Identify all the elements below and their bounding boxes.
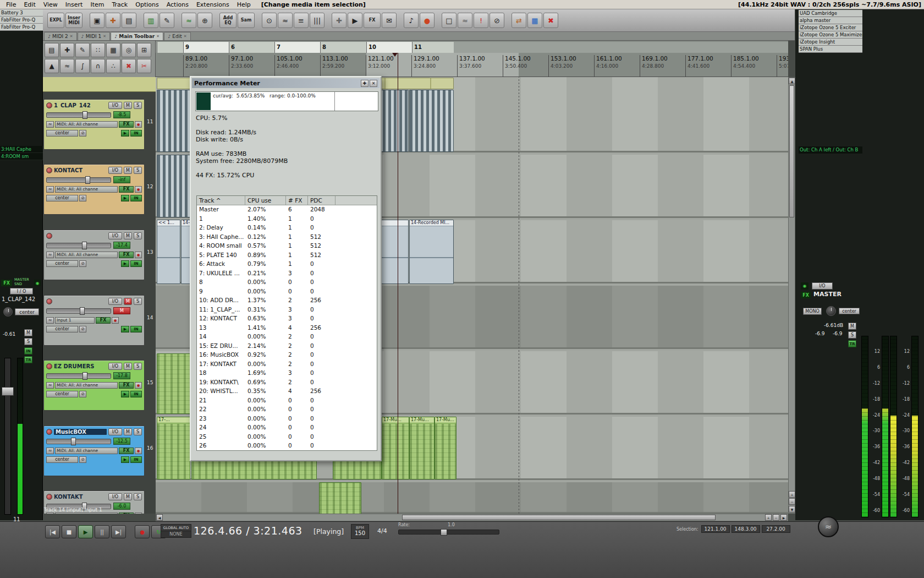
strip-solo-button[interactable]: S [24,338,32,345]
track-fx-button[interactable]: FX [119,121,134,128]
performance-row[interactable]: 80.00%00 [197,278,377,287]
track-solo-button[interactable]: S [134,298,142,305]
send-slot[interactable]: 3:HAll Caphe [0,146,43,153]
strip-fader-track[interactable] [4,358,11,515]
track-phase-button[interactable]: ⊘ [79,456,86,463]
performance-row[interactable]: 2: Delay0.14%10 [197,223,377,233]
region-marker[interactable] [157,42,183,53]
tool-cut-button[interactable]: ✂ [137,59,151,73]
tab-midi-2[interactable]: ♪MIDI 2✕ [44,32,77,40]
tab-close-icon[interactable]: ✕ [184,34,187,39]
track-input-select[interactable]: MIDI: All: All channe [55,382,118,389]
media-item[interactable]: 14-Recorded MI... [409,220,454,284]
track-phase-button[interactable]: ⊘ [79,195,86,201]
scroll-down-icon[interactable]: ▼ [789,506,795,512]
time-signature[interactable]: 4/4 [377,527,387,535]
tab-close-icon[interactable]: ✕ [156,34,160,39]
media-item[interactable]: 14- [181,220,190,284]
analysis-button[interactable]: ≈ [458,13,472,28]
region-marker[interactable]: 8 [320,42,366,53]
menu-options-button[interactable]: Options [131,1,162,8]
track-input-select[interactable]: MIDI: All: All channe [55,121,118,128]
master-output-route[interactable]: Out: Ch A left / Out: Ch B [799,146,862,154]
plugin-button[interactable]: ⊘ [490,13,504,28]
tool-doc-button[interactable]: ▤ [45,43,59,57]
zoom-in-h-icon[interactable]: + [765,514,772,521]
track-record-input[interactable]: IN [130,195,142,201]
track-volume-fader[interactable] [46,112,111,118]
vertical-scrollbar[interactable]: ▲ + − ▼ [788,77,795,514]
track-fx-bypass-button[interactable]: ● [135,121,142,128]
track-panel-13[interactable]: I/OMS-17.4≈MIDI: All: All channeFX●cente… [43,230,145,280]
selection-start[interactable]: 121.1.00 [701,525,730,533]
go-end-button[interactable]: ▶| [111,525,126,538]
scroll-left-icon[interactable]: ◀ [156,514,163,521]
track-io-button[interactable]: I/O [108,232,122,239]
fader-handle[interactable] [82,242,87,249]
master-fx-chip[interactable]: FX [1,280,12,286]
close-icon[interactable]: ✕ [370,80,377,87]
master-fx-slot[interactable]: iZotope Ozone 5 Maximizer [799,31,862,39]
track-solo-button[interactable]: S [134,102,142,109]
swap-button[interactable]: ⇄ [512,13,526,28]
sample-button[interactable]: Sam [238,13,255,28]
strip-fader-handle[interactable] [2,387,14,396]
performance-row[interactable]: 270.00%00 [197,451,377,451]
track-envelope-button[interactable]: ≈ [46,448,54,454]
track-io-button[interactable]: I/O [108,167,122,174]
media-item[interactable] [409,90,454,152]
track-pan-control[interactable]: center [46,195,78,201]
track-mute-button[interactable]: M [124,363,132,370]
performance-row[interactable]: 90.00%00 [197,287,377,297]
track-envelope-button[interactable]: ≈ [46,186,54,193]
performance-row[interactable]: 15: EZ DRU...2.14%20 [197,342,377,351]
track-fx-bypass-button[interactable]: ● [135,448,142,454]
master-io-button[interactable]: I/O [812,282,833,290]
region-marker[interactable]: 9 [183,42,229,53]
tab-edit[interactable]: ♪Edit✕ [164,32,190,40]
track-volume-fader[interactable] [46,373,111,379]
track-record-input[interactable]: IN [130,391,142,397]
track-io-button[interactable]: I/O [108,428,122,435]
insert-midi-button[interactable]: Inser MIDI [65,13,82,28]
record-mode-button[interactable]: ● [420,13,435,28]
track-panel-14[interactable]: I/OMSM≈Input 1FX●center⊘▶IN [43,295,145,346]
performance-row[interactable]: 10: ADD DR...1.37%2256 [197,296,377,306]
zoom-tool-button[interactable]: ⊕ [197,13,212,28]
strip-pan-label[interactable]: center [15,308,39,315]
track-panel-15[interactable]: EZ DRUMERSI/OMS-17.8≈MIDI: All: All chan… [43,360,145,411]
mono-button[interactable]: MONO [803,308,822,315]
track-input-select[interactable]: MIDI: All: All channe [55,252,118,258]
track-record-input[interactable]: IN [130,260,142,267]
tool-curve-button[interactable]: ∫ [75,59,90,73]
add-eq-button[interactable]: Add EQ [219,13,237,28]
master-fx-slot[interactable]: SPAN Plus [799,46,862,53]
media-item[interactable]: 17-Mu... [435,417,457,479]
master-tr-button[interactable]: TR [848,340,856,347]
performance-row[interactable]: 240.00%00 [197,423,377,433]
track-mute-button[interactable]: M [124,428,132,435]
track-volume-fader[interactable] [46,439,111,444]
track-io-button[interactable]: I/O [108,298,122,305]
region-marker[interactable]: 7 [274,42,320,53]
zoom-out-v-icon[interactable]: − [789,498,795,505]
column-header--fx[interactable]: # FX [286,196,308,205]
partial-track-panel[interactable] [43,77,156,92]
media-item[interactable]: 17-... [157,417,190,479]
record-arm-button[interactable] [46,429,52,435]
list-button[interactable]: ≡ [294,13,309,28]
tool-points-button[interactable]: ∴ [106,59,120,73]
wave-button[interactable]: ≈ [278,13,293,28]
horizontal-scrollbar[interactable]: ◀ + − ▶ [156,514,788,521]
rate-slider-handle[interactable] [441,529,447,536]
column-header-cpu-use[interactable]: CPU use [245,196,286,205]
spectrum-button[interactable]: ▥ [144,13,158,28]
performance-row[interactable]: 4: ROOM small0.57%1512 [197,242,377,251]
rate-slider[interactable] [398,530,499,535]
tab-midi-1[interactable]: ♪MIDI 1✕ [78,32,111,40]
performance-row[interactable]: 6: Attack0.79%10 [197,260,377,269]
track-panel-16[interactable]: MusicBOXI/OMS-12.5≈MIDI: All: All channe… [43,426,145,476]
track-pan-control[interactable]: center [46,456,78,463]
track-solo-button[interactable]: S [134,428,142,435]
media-item[interactable] [157,90,190,152]
